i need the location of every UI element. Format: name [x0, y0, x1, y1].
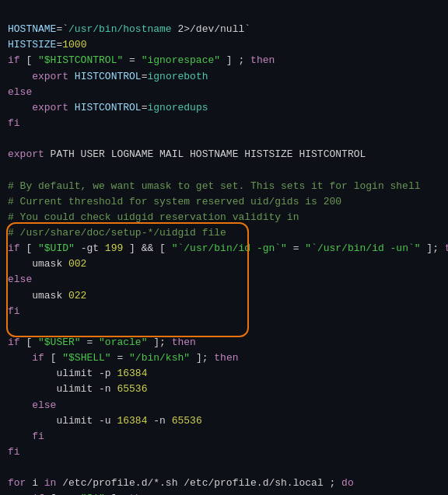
code-block: HOSTNAME=`/usr/bin/hostname 2>/dev/null`… — [0, 0, 448, 495]
